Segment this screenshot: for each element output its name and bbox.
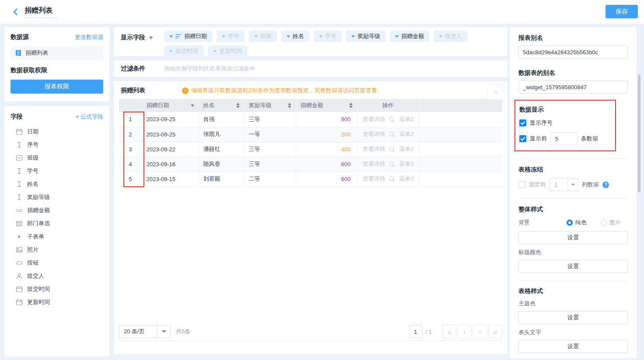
permission-title: 数据获取权限 (10, 66, 103, 74)
back-icon[interactable] (11, 7, 21, 17)
datasource-item[interactable]: 捐赠列表 (10, 46, 103, 59)
field-item-date[interactable]: 日期 (10, 125, 103, 138)
chip-donation-date[interactable]: 捐赠日期 (164, 31, 212, 42)
view-detail-link[interactable]: 查看详情 (362, 115, 385, 123)
add-formula-field-link[interactable]: + 公式字段 (76, 113, 103, 121)
field-item-update-time[interactable]: 更新时间 (10, 296, 103, 309)
table-row[interactable]: 4 2023-09-16 陆风香 三等 600 查看详情菜单2 (119, 157, 502, 171)
report-permission-button[interactable]: 报表权限 (10, 80, 103, 94)
theme-color-set-button[interactable]: 设置 (518, 311, 628, 324)
sort-arrows-icon[interactable] (236, 103, 240, 108)
table-panel: 捐赠列表 ! 编辑界面只取数据源前200条作为查询数据预览，完整数据请访问页面查… (114, 81, 508, 354)
solid-color-radio[interactable] (567, 220, 573, 226)
col-donation-amount[interactable]: 捐赠金额 (296, 99, 357, 112)
freeze-count-select[interactable]: 1 (550, 178, 578, 191)
chip-submit-time[interactable]: 提交时间 (164, 45, 203, 57)
show-first-checkbox[interactable] (519, 135, 526, 142)
search-icon[interactable] (389, 161, 395, 167)
show-index-checkbox[interactable] (519, 119, 526, 126)
freeze-prefix-label: 固定前 (529, 181, 546, 189)
menu2-link[interactable]: 菜单2 (399, 115, 413, 123)
department-icon (16, 220, 23, 227)
sort-arrows-icon[interactable] (288, 103, 291, 108)
page-number-input[interactable] (409, 325, 422, 338)
preview-notice: ! 编辑界面只取数据源前200条作为查询数据预览，完整数据请访问页面查看。 (182, 87, 383, 94)
field-item-name[interactable]: 姓名 (10, 178, 103, 191)
field-item-student-id[interactable]: 学号 (10, 164, 103, 178)
caret-down-icon (169, 50, 173, 52)
rows-suffix-label: 条数据 (581, 135, 598, 143)
field-item-dept-select[interactable]: 部门单选 (10, 217, 103, 230)
field-item-subform[interactable]: 子表单 (10, 230, 103, 243)
panel-scrollbar-track[interactable] (638, 27, 640, 358)
background-set-button[interactable]: 设置 (518, 231, 628, 244)
col-name[interactable]: 姓名 (199, 99, 244, 112)
table-title: 捐赠列表 (121, 87, 145, 94)
sort-toggle-button[interactable]: ↑↓ (487, 85, 502, 100)
row-count-input[interactable] (550, 132, 578, 145)
filter-dropzone[interactable]: 拖动左侧字段到此处来添加过滤条件 (164, 65, 255, 73)
view-detail-link[interactable]: 查看详情 (362, 160, 385, 168)
top-bar: 捐赠列表 保存 (0, 0, 644, 24)
chip-submitter[interactable]: 提交人 (434, 31, 467, 42)
menu2-link[interactable]: 菜单2 (399, 130, 413, 138)
table-alias-input[interactable] (518, 80, 628, 94)
view-detail-link[interactable]: 查看详情 (362, 130, 385, 138)
chip-serial[interactable]: 序号 (217, 31, 245, 42)
menu2-link[interactable]: 菜单2 (399, 145, 413, 153)
search-icon[interactable] (389, 132, 395, 137)
chip-student-id[interactable]: 学号 (314, 31, 342, 42)
search-icon[interactable] (389, 147, 395, 152)
help-icon[interactable]: ? (602, 182, 609, 188)
prev-page-button[interactable]: ‹ (458, 325, 472, 339)
text-icon (16, 168, 23, 175)
field-item-award-level[interactable]: 奖励等级 (10, 191, 103, 204)
field-item-submit-time[interactable]: 提交时间 (10, 283, 103, 296)
chip-update-time[interactable]: 更新时间 (208, 45, 247, 57)
view-detail-link[interactable]: 查看详情 (362, 175, 385, 183)
view-detail-link[interactable]: 查看详情 (362, 145, 385, 153)
menu2-link[interactable]: 菜单2 (399, 160, 413, 168)
save-button[interactable]: 保存 (606, 5, 638, 18)
row-index: 1 (119, 112, 142, 127)
header-text-set-button[interactable]: 设置 (518, 340, 628, 353)
page-size-select[interactable]: 20 条/页 (119, 325, 171, 338)
search-icon[interactable] (389, 176, 395, 182)
last-page-button[interactable]: » (488, 325, 502, 339)
page-title: 捐赠列表 (24, 6, 57, 18)
title-color-set-button[interactable]: 设置 (518, 260, 628, 273)
sort-arrows-icon[interactable] (349, 103, 353, 108)
menu2-link[interactable]: 菜单2 (399, 175, 413, 183)
chip-donation-amount[interactable]: 捐赠金额 (390, 31, 429, 42)
table-row[interactable]: 3 2023-09-22 潘丽红 三等 400 查看详情菜单2 (119, 142, 502, 157)
field-item-submitter[interactable]: 提交人 (10, 269, 103, 283)
field-item-donation-amount[interactable]: 123捐赠金额 (10, 204, 103, 217)
next-page-button[interactable]: › (473, 325, 487, 339)
search-icon[interactable] (389, 117, 395, 122)
field-item-photo[interactable]: 照片 (10, 243, 103, 256)
field-item-class[interactable]: 班级 (10, 151, 103, 164)
button-icon (16, 259, 23, 266)
panel-scrollbar-thumb[interactable] (638, 74, 640, 192)
col-donation-date[interactable]: 捐赠日期 (142, 99, 199, 112)
chip-class[interactable]: 班级 (249, 31, 277, 42)
caret-down-icon (439, 35, 442, 38)
image-radio[interactable] (601, 220, 607, 226)
add-display-field-icon[interactable]: + (149, 33, 153, 42)
first-page-button[interactable]: « (442, 325, 456, 339)
chip-name[interactable]: 姓名 (281, 31, 309, 42)
table-row[interactable]: 5 2023-09-15 刘若颖 二等 600 查看详情菜单2 (119, 171, 502, 186)
field-item-button[interactable]: 按钮 (10, 256, 103, 269)
data-display-highlight: 数据显示 显示序号 显示前 条数据 (514, 100, 616, 151)
caret-down-icon (567, 178, 578, 191)
table-row[interactable]: 2 2023-09-25 张雨凡 一等 200 查看详情菜单2 (119, 127, 502, 142)
freeze-checkbox[interactable] (518, 181, 525, 188)
datasource-item-label: 捐赠列表 (25, 49, 48, 57)
table-row[interactable]: 1 2023-09-25 肖强 三等 900 查看详情菜单2 (119, 112, 502, 127)
data-table: 捐赠日期 姓名 奖励等级 捐赠金额 操作 1 2023-09-25 肖强 三等 … (119, 99, 502, 187)
chip-award-level[interactable]: 奖励等级 (346, 31, 385, 42)
report-alias-input[interactable] (518, 45, 628, 59)
col-award-level[interactable]: 奖励等级 (244, 99, 296, 112)
field-item-serial[interactable]: 序号 (10, 138, 103, 151)
change-datasource-link[interactable]: 更改数据源 (75, 33, 103, 41)
